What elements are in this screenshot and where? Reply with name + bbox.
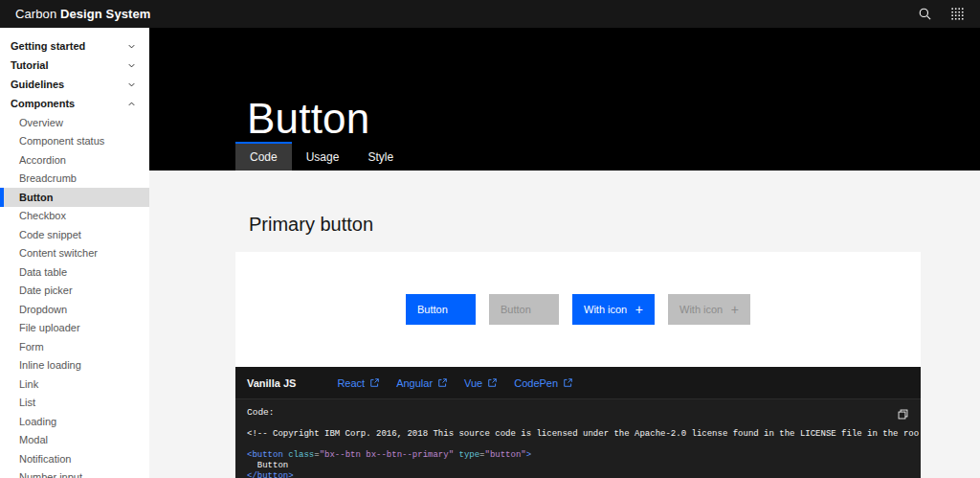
- code-line: Button: [247, 461, 909, 471]
- code-label: Code:: [247, 407, 275, 418]
- sidebar-item-number-input[interactable]: Number input: [0, 468, 149, 478]
- demo-button-button-primary[interactable]: Button: [406, 294, 476, 325]
- sidebar-sections: Getting startedTutorialGuidelinesCompone…: [0, 36, 149, 113]
- code-lines: <!-- Copyright IBM Corp. 2016, 2018 This…: [247, 429, 909, 478]
- sidebar-item-code-snippet[interactable]: Code snippet: [0, 225, 149, 244]
- launch-icon: [369, 377, 380, 388]
- framework-link-vue[interactable]: Vue: [464, 377, 498, 389]
- demo-button-with-icon-disabled[interactable]: With icon+: [668, 294, 750, 325]
- launch-icon: [563, 377, 573, 388]
- tab-usage[interactable]: Usage: [292, 142, 354, 171]
- sidebar-item-component-status[interactable]: Component status: [0, 132, 149, 151]
- demo-button-label: With icon: [679, 304, 723, 315]
- code-line: <!-- Copyright IBM Corp. 2016, 2018 This…: [247, 429, 909, 440]
- sidebar-section-getting-started[interactable]: Getting started: [0, 36, 149, 56]
- framework-link-label: Vue: [464, 377, 482, 389]
- code-line: </button>: [247, 471, 909, 478]
- sidebar-item-data-table[interactable]: Data table: [0, 262, 149, 282]
- plus-icon: +: [731, 303, 739, 316]
- component-demo-card: ButtonButtonWith icon+With icon+ Vanilla…: [235, 252, 921, 478]
- brand-bold: Design System: [60, 7, 151, 21]
- brand-regular: Carbon: [15, 7, 56, 21]
- framework-link-angular[interactable]: Angular: [396, 377, 448, 389]
- code-line: [247, 440, 909, 450]
- tab-code[interactable]: Code: [235, 142, 292, 171]
- code-panel-header: Vanilla JS ReactAngularVueCodePen: [235, 367, 921, 399]
- sidebar-item-accordion[interactable]: Accordion: [0, 150, 149, 170]
- sidebar-section-components[interactable]: Components: [0, 94, 149, 113]
- sidebar-components-list: OverviewComponent statusAccordionBreadcr…: [0, 113, 149, 478]
- demo-button-with-icon-primary[interactable]: With icon+: [572, 294, 655, 325]
- sidebar-section-label: Components: [11, 98, 75, 109]
- tab-style[interactable]: Style: [353, 142, 408, 171]
- framework-link-label: Angular: [396, 377, 433, 389]
- search-icon[interactable]: [917, 7, 932, 22]
- launch-icon: [487, 377, 498, 388]
- demo-button-label: With icon: [584, 304, 627, 315]
- sidebar-item-file-uploader[interactable]: File uploader: [0, 319, 149, 338]
- global-header: Carbon Design System: [0, 0, 980, 28]
- demo-button-label: Button: [501, 304, 531, 315]
- sidebar-item-loading[interactable]: Loading: [0, 412, 149, 431]
- sidebar-item-inline-loading[interactable]: Inline loading: [0, 356, 149, 376]
- sidebar-item-link[interactable]: Link: [0, 375, 149, 394]
- sidebar-section-tutorial[interactable]: Tutorial: [0, 56, 149, 75]
- code-line: <button class="bx--btn bx--btn--primary"…: [247, 450, 909, 461]
- sidebar-item-overview[interactable]: Overview: [0, 113, 149, 132]
- chevron-down-icon: [126, 41, 137, 52]
- copy-icon[interactable]: [897, 408, 909, 421]
- sidebar-item-modal[interactable]: Modal: [0, 431, 149, 450]
- sidebar-section-label: Tutorial: [11, 59, 49, 71]
- sidebar-item-notification[interactable]: Notification: [0, 449, 149, 468]
- chevron-down-icon: [126, 80, 137, 90]
- sidebar-item-form[interactable]: Form: [0, 337, 149, 356]
- sidebar-item-breadcrumb[interactable]: Breadcrumb: [0, 170, 149, 189]
- sidebar-item-button[interactable]: Button: [0, 188, 149, 207]
- chevron-down-icon: [126, 60, 137, 71]
- header-actions: [917, 7, 965, 22]
- plus-icon: +: [635, 303, 643, 316]
- sidebar-section-guidelines[interactable]: Guidelines: [0, 75, 149, 94]
- sidebar-item-checkbox[interactable]: Checkbox: [0, 207, 149, 226]
- app-switcher-icon[interactable]: [949, 7, 965, 22]
- framework-link-react[interactable]: React: [337, 377, 380, 389]
- code-label-row: Code:: [247, 407, 909, 421]
- launch-icon: [437, 377, 448, 388]
- framework-selected-vanilla-js[interactable]: Vanilla JS: [247, 377, 296, 389]
- code-block: Code: <!-- Copyright IBM Corp. 2016, 201…: [235, 399, 921, 478]
- framework-link-codepen[interactable]: CodePen: [514, 377, 573, 389]
- framework-link-label: React: [337, 377, 365, 389]
- sidebar-section-label: Getting started: [11, 40, 85, 52]
- sidebar-item-date-picker[interactable]: Date picker: [0, 282, 149, 301]
- page-title: Button: [247, 95, 369, 143]
- chevron-up-icon: [126, 99, 137, 109]
- demo-button-button-disabled[interactable]: Button: [489, 294, 559, 325]
- tab-bar: CodeUsageStyle: [149, 142, 980, 171]
- page: Carbon Design System Getting startedTuto…: [0, 0, 980, 478]
- sidebar: Getting startedTutorialGuidelinesCompone…: [0, 28, 149, 478]
- button-demo-area: ButtonButtonWith icon+With icon+: [235, 252, 921, 367]
- section-heading: Primary button: [249, 214, 373, 236]
- framework-links: ReactAngularVueCodePen: [337, 377, 573, 389]
- sidebar-item-list[interactable]: List: [0, 394, 149, 413]
- brand-link[interactable]: Carbon Design System: [15, 7, 150, 21]
- demo-button-label: Button: [417, 304, 448, 315]
- sidebar-item-dropdown[interactable]: Dropdown: [0, 300, 149, 319]
- framework-link-label: CodePen: [514, 377, 558, 389]
- main-content: Primary button ButtonButtonWith icon+Wit…: [149, 171, 980, 478]
- hero-banner: Button: [149, 28, 980, 142]
- sidebar-item-content-switcher[interactable]: Content switcher: [0, 244, 149, 263]
- sidebar-section-label: Guidelines: [11, 79, 64, 90]
